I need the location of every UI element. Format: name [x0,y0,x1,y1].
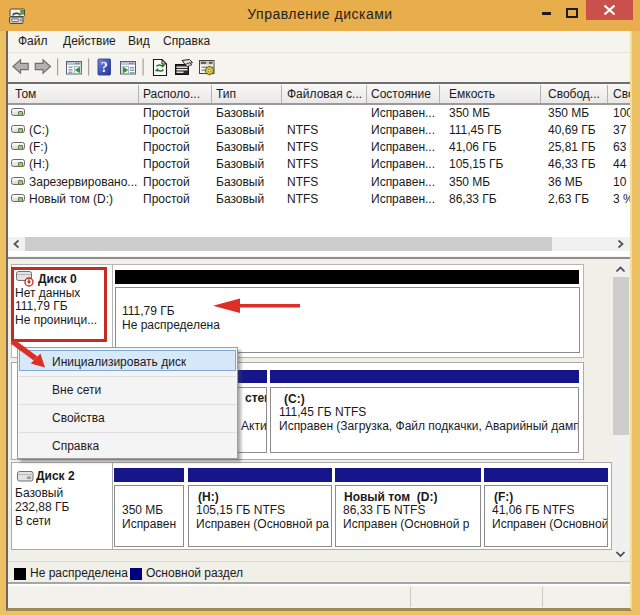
svg-text:?: ? [101,60,108,75]
